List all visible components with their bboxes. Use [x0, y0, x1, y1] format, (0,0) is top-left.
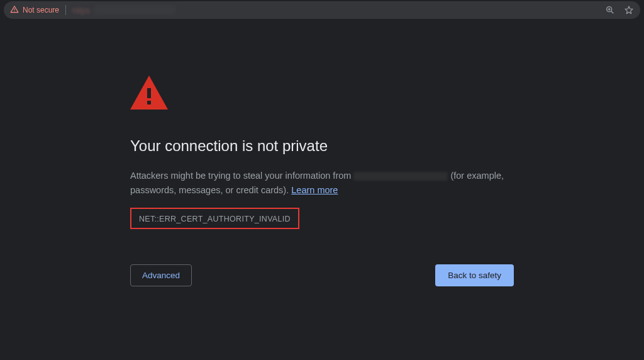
back-to-safety-button[interactable]: Back to safety	[435, 264, 514, 286]
url-area[interactable]: https	[72, 6, 605, 15]
body-prefix: Attackers might be trying to steal your …	[130, 171, 353, 181]
warning-body: Attackers might be trying to steal your …	[130, 169, 514, 198]
button-row: Advanced Back to safety	[130, 264, 514, 286]
svg-line-3	[611, 11, 614, 14]
url-scheme: https	[72, 6, 90, 15]
svg-rect-6	[147, 88, 151, 98]
svg-point-1	[14, 11, 14, 11]
omnibox[interactable]: Not secure https	[4, 1, 640, 19]
advanced-button[interactable]: Advanced	[130, 264, 192, 286]
zoom-icon[interactable]	[605, 5, 615, 15]
ssl-error-interstitial: Your connection is not private Attackers…	[0, 19, 644, 286]
warning-triangle-icon	[10, 5, 19, 16]
omnibox-divider	[65, 5, 66, 15]
error-code-highlight: NET::ERR_CERT_AUTHORITY_INVALID	[130, 208, 299, 229]
page-title: Your connection is not private	[130, 137, 514, 155]
svg-rect-7	[147, 101, 151, 104]
error-code: NET::ERR_CERT_AUTHORITY_INVALID	[139, 215, 291, 223]
learn-more-link[interactable]: Learn more	[291, 185, 338, 195]
not-secure-label: Not secure	[23, 6, 59, 14]
not-secure-chip[interactable]: Not secure	[10, 5, 59, 16]
hostname-redacted	[353, 172, 448, 181]
omnibox-actions	[605, 5, 634, 15]
interstitial-content: Your connection is not private Attackers…	[130, 76, 514, 286]
bookmark-star-icon[interactable]	[624, 5, 634, 15]
url-host-redacted	[94, 6, 175, 14]
warning-triangle-icon	[130, 76, 514, 112]
